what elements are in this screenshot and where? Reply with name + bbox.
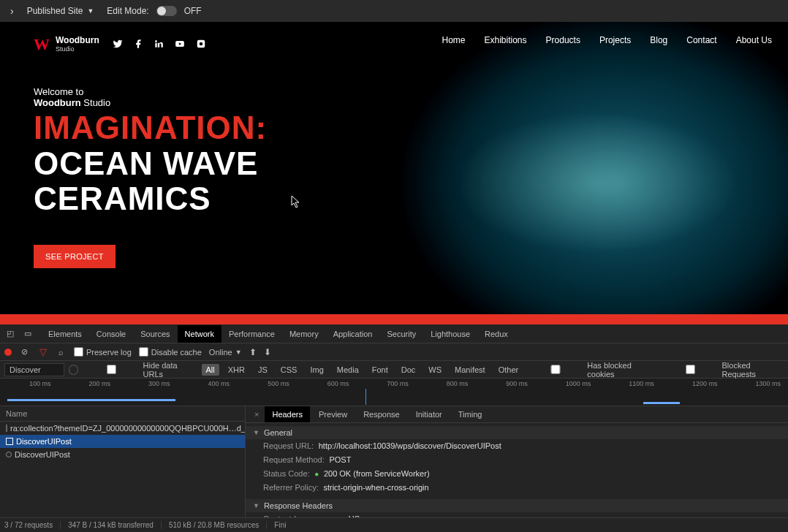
hide-dataurls-checkbox[interactable]: Hide data URLs [83, 361, 197, 379]
tab-lighthouse[interactable]: Lighthouse [423, 325, 477, 343]
tab-console[interactable]: Console [89, 325, 133, 343]
detail-tab-headers[interactable]: Headers [265, 406, 310, 422]
devtools-tabs: ◰ ▭ Elements Console Sources Network Per… [0, 324, 788, 343]
filter-all[interactable]: All [202, 364, 219, 376]
status-transferred: 347 B / 134 kB transferred [68, 521, 162, 529]
status-finish: Fini [274, 521, 293, 529]
tab-application[interactable]: Application [326, 325, 380, 343]
nav-projects[interactable]: Projects [599, 35, 631, 45]
request-row[interactable]: DiscoverUIPost [0, 435, 245, 448]
request-row[interactable]: ra:collection?themeID=ZJ_00000000000000Q… [0, 422, 245, 435]
edit-mode-label: Edit Mode: [107, 6, 148, 16]
edit-mode-state: OFF [184, 6, 202, 16]
detail-tab-timing[interactable]: Timing [451, 406, 490, 422]
request-row[interactable]: DiscoverUIPost [0, 448, 245, 461]
detail-tab-preview[interactable]: Preview [311, 406, 355, 422]
detail-tab-response[interactable]: Response [356, 406, 407, 422]
upload-icon[interactable]: ⬆ [249, 347, 257, 357]
devtools-panel: ◰ ▭ Elements Console Sources Network Per… [0, 324, 788, 532]
kv-request-method: Request Method: POST [246, 453, 788, 467]
filter-input[interactable] [4, 363, 64, 376]
twitter-icon[interactable] [113, 39, 123, 51]
nav-products[interactable]: Products [546, 35, 580, 45]
filter-img[interactable]: Img [306, 364, 327, 376]
youtube-icon[interactable] [174, 39, 186, 51]
nav-exhibitions[interactable]: Exhibitions [485, 35, 527, 45]
device-icon[interactable]: ▭ [22, 329, 34, 338]
kv-status-code: Status Code: ● 200 OK (from ServiceWorke… [246, 467, 788, 481]
headline-line1: OCEAN WAVE [34, 146, 363, 181]
logo-sub: Studio [56, 46, 99, 53]
instagram-icon[interactable] [196, 39, 206, 51]
edit-mode-switch[interactable] [156, 6, 177, 16]
status-resources: 510 kB / 20.8 MB resources [169, 521, 267, 529]
search-icon[interactable]: ⌕ [56, 348, 67, 357]
filter-manifest[interactable]: Manifest [450, 364, 490, 376]
throttling-dropdown[interactable]: Online ▼ [209, 348, 242, 357]
network-timeline[interactable]: 100 ms200 ms300 ms400 ms500 ms600 ms700 … [0, 379, 788, 406]
file-icon [6, 425, 7, 432]
svg-point-2 [199, 42, 202, 45]
download-icon[interactable]: ⬇ [264, 347, 271, 357]
request-list-panel: Name ra:collection?themeID=ZJ_0000000000… [0, 406, 246, 517]
filter-css[interactable]: CSS [276, 364, 302, 376]
record-button[interactable] [4, 349, 12, 356]
nav-contact[interactable]: Contact [686, 35, 716, 45]
filter-font[interactable]: Font [368, 364, 393, 376]
section-general[interactable]: ▼General [246, 426, 788, 439]
tab-elements[interactable]: Elements [41, 325, 89, 343]
filter-toggle-icon[interactable]: ▽ [37, 346, 48, 357]
linkedin-icon[interactable] [154, 39, 164, 51]
welcome-text: Welcome to Woodburn Studio [34, 86, 363, 108]
section-response-headers[interactable]: ▼Response Headers [246, 499, 788, 512]
disable-cache-checkbox[interactable]: Disable cache [139, 347, 202, 357]
social-links [113, 39, 206, 51]
facebook-icon[interactable] [133, 39, 143, 51]
filter-xhr[interactable]: XHR [224, 364, 249, 376]
welcome-bold: Woodburn [34, 97, 81, 108]
hero-section: W Woodburn Studio Welcome to Woodburn St… [0, 22, 788, 314]
nav-blog[interactable]: Blog [650, 35, 667, 45]
invert-toggle[interactable] [69, 365, 78, 375]
headline-red: IMAGINATION: [34, 110, 363, 146]
tab-security[interactable]: Security [379, 325, 423, 343]
hero-image [363, 22, 788, 314]
welcome-pre: Welcome to [34, 86, 83, 97]
expand-chevron[interactable]: › [10, 5, 14, 17]
accent-bar [0, 314, 788, 324]
preserve-log-checkbox[interactable]: Preserve log [74, 347, 132, 357]
tab-redux[interactable]: Redux [477, 325, 515, 343]
tab-memory[interactable]: Memory [282, 325, 326, 343]
nav-home[interactable]: Home [442, 35, 465, 45]
tab-network[interactable]: Network [178, 325, 221, 343]
blocked-requests-checkbox[interactable]: Blocked Requests [662, 361, 784, 379]
edit-mode-toggle-group: Edit Mode: OFF [107, 6, 201, 16]
headline-line2: CERAMICS [34, 181, 363, 216]
kv-referrer-policy: Referrer Policy: strict-origin-when-cros… [246, 481, 788, 495]
detail-tab-initiator[interactable]: Initiator [409, 406, 450, 422]
file-icon [6, 438, 13, 445]
see-project-button[interactable]: SEE PROJECT [34, 245, 115, 268]
request-list-header: Name [0, 406, 245, 422]
filter-ws[interactable]: WS [424, 364, 446, 376]
close-detail-button[interactable]: × [250, 407, 263, 422]
published-site-dropdown[interactable]: Published Site ▼ [27, 6, 94, 16]
nav-about[interactable]: About Us [736, 35, 772, 45]
filter-media[interactable]: Media [333, 364, 363, 376]
blocked-cookies-checkbox[interactable]: Has blocked cookies [527, 361, 657, 379]
devtools-statusbar: 3 / 72 requests 347 B / 134 kB transferr… [0, 517, 788, 532]
site-logo[interactable]: W Woodburn Studio [34, 35, 99, 54]
main-nav: Home Exhibitions Products Projects Blog … [442, 35, 772, 45]
logo-mark: W [34, 35, 50, 54]
caret-down-icon: ▼ [87, 7, 94, 15]
status-requests: 3 / 72 requests [4, 521, 61, 529]
filter-js[interactable]: JS [254, 364, 272, 376]
filter-doc[interactable]: Doc [397, 364, 420, 376]
editor-topbar: › Published Site ▼ Edit Mode: OFF [0, 0, 788, 22]
filter-other[interactable]: Other [494, 364, 523, 376]
clear-button[interactable]: ⊘ [19, 347, 30, 357]
inspect-icon[interactable]: ◰ [4, 329, 16, 338]
tab-sources[interactable]: Sources [133, 325, 177, 343]
welcome-rest: Studio [81, 97, 110, 108]
tab-performance[interactable]: Performance [221, 325, 282, 343]
